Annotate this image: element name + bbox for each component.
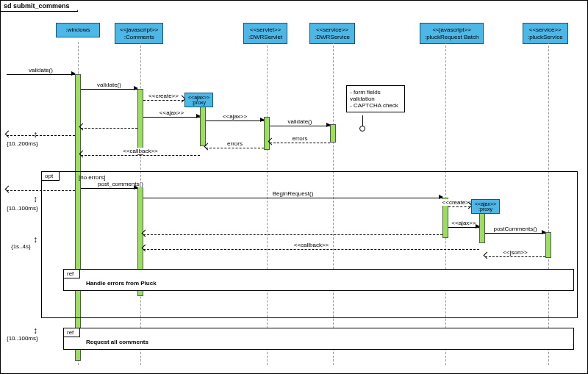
timing-arrow-icon	[33, 326, 43, 336]
proxy-box-2: <<ajax>>:proxy	[471, 199, 500, 214]
participant-comments: <<javascript>>:Comments	[115, 23, 163, 44]
activation-dwrservlet	[264, 117, 270, 150]
msg-create-2: <<create>>	[448, 201, 470, 209]
participant-header: <<javascript>>:pluckRequest Batch	[420, 23, 484, 44]
participant-windows: :windows	[56, 23, 100, 37]
msg-create-1: <<create>>	[143, 94, 184, 103]
msg-validate-2: validate()	[81, 83, 137, 92]
msg-begin-request: BeginRequest()	[143, 192, 442, 201]
msg-return-batch	[143, 229, 442, 237]
msg-errors-1: errors	[270, 137, 330, 145]
sequence-diagram-frame: sd submit_commens :windows <<javascript>…	[0, 0, 588, 374]
msg-post-comments-2: postComments()	[485, 227, 545, 236]
timing-4: {10..100ms}	[7, 335, 38, 342]
frame-title: sd submit_commens	[1, 1, 78, 12]
msg-return-1b	[81, 122, 137, 131]
timing-2: {10..100ms}	[7, 205, 38, 212]
participant-pluckbatch: <<javascript>>:pluckRequest Batch	[420, 23, 484, 44]
note-connector	[362, 115, 363, 126]
activation-proxy1	[200, 102, 206, 146]
msg-ajax-1: <<ajax>>	[143, 111, 200, 120]
note-anchor	[359, 126, 365, 132]
msg-errors-2: errors	[206, 142, 264, 151]
participant-dwrservice: <<service>>:DWRService	[309, 23, 355, 44]
participant-header: <<servlet>>:DWRServlet	[243, 23, 287, 44]
msg-callback-2: <<callback>>	[143, 243, 479, 252]
msg-validate-1: validate()	[7, 68, 75, 77]
msg-validate-3: validate()	[270, 120, 330, 129]
proxy-box-1: <<ajax>>:proxy	[184, 93, 213, 107]
participant-header: <<service>>:pluckService	[523, 23, 568, 44]
timing-arrow-icon	[33, 234, 43, 245]
fragment-ref-2: ref Request all comments	[63, 328, 574, 350]
msg-post-comments: post_comments()	[81, 182, 137, 191]
msg-json: <<json>>	[485, 251, 545, 259]
activation-dwrservice	[330, 124, 336, 143]
msg-ajax-2: <<ajax>>	[206, 115, 264, 123]
note-validation: - form fields validation - CAPTCHA check	[346, 85, 405, 112]
activation-comments-1	[137, 89, 143, 155]
participant-header: :windows	[56, 23, 100, 37]
msg-ajax-3: <<ajax>>	[448, 221, 479, 230]
fragment-ref-1: ref Handle errors from Pluck	[63, 269, 574, 291]
participant-pluckservice: <<service>>:pluckService	[523, 23, 568, 44]
timing-arrow-icon	[33, 194, 43, 204]
msg-callback-1: <<callback>>	[81, 149, 200, 158]
timing-1: {10..200ms}	[7, 140, 38, 147]
participant-header: <<javascript>>:Comments	[115, 23, 163, 44]
timing-arrow-icon	[33, 129, 43, 140]
msg-return-opt	[7, 184, 75, 193]
timing-3: {1s..4s}	[11, 243, 31, 250]
participant-dwrservlet: <<servlet>>:DWRServlet	[243, 23, 287, 44]
participant-header: <<service>>:DWRService	[309, 23, 355, 44]
